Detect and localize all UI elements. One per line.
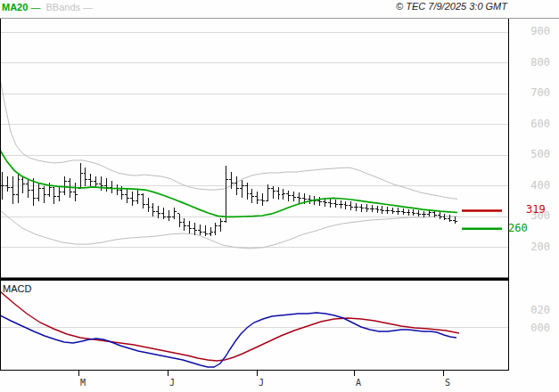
price-tick-label: 700 <box>522 87 550 99</box>
month-tick-label: J <box>169 378 175 388</box>
resistance-level-label: 319 <box>526 204 542 216</box>
price-tick-label: 500 <box>522 149 550 160</box>
month-tick-label: J <box>259 378 264 388</box>
price-tick-label: 200 <box>522 241 550 253</box>
stock-chart: MA20 — BBands — © TEC 7/9/2025 3:0 GMT M… <box>0 0 559 392</box>
chart-legend: MA20 — BBands — <box>2 2 93 12</box>
bbands-legend-label: BBands <box>46 2 81 12</box>
ma20-legend-label: MA20 <box>2 2 28 12</box>
ma20-line <box>0 151 457 217</box>
month-tick-label: M <box>80 378 86 388</box>
copyright-text: © TEC 7/9/2025 3:0 GMT <box>396 1 507 12</box>
ma20-legend-swatch: — <box>28 2 40 12</box>
month-tick-label: A <box>356 378 361 388</box>
support-level-label: 260 <box>508 223 528 234</box>
price-tick-label: 900 <box>522 26 550 37</box>
macd-panel-label: MACD <box>3 283 31 294</box>
price-tick-label: 800 <box>522 57 550 69</box>
panel-separator <box>0 278 509 282</box>
price-tick-label: 600 <box>522 118 550 130</box>
month-tick-label: S <box>445 378 450 388</box>
bbands-legend-swatch: — <box>80 2 93 12</box>
candlestick-series <box>0 163 457 237</box>
macd-tick-label: 000 <box>522 323 550 334</box>
price-tick-label: 400 <box>522 180 550 192</box>
macd-tick-label: 020 <box>522 305 550 316</box>
chart-canvas <box>0 0 559 392</box>
